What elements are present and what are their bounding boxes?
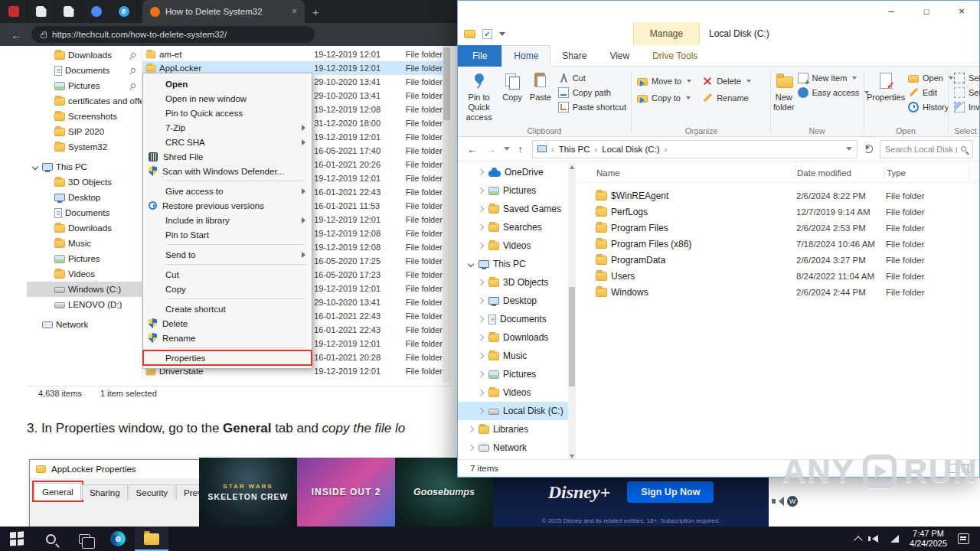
tree-item[interactable]: Screenshots	[27, 109, 142, 124]
chevron-icon[interactable]	[44, 97, 51, 105]
context-menu-item[interactable]	[143, 262, 312, 267]
ad-poster-inside-out-2[interactable]: INSIDE OUT 2	[297, 458, 395, 527]
maximize-button[interactable]: □	[909, 1, 944, 22]
column-header-date[interactable]: Date modified	[795, 167, 885, 179]
new-item-button[interactable]: New item	[795, 71, 873, 85]
chevron-icon[interactable]	[44, 178, 51, 186]
file-row[interactable]: am-et 19-12-2019 12:01 File folder	[142, 47, 443, 61]
sign-up-button[interactable]: Sign Up Now	[627, 481, 714, 503]
chevron-icon[interactable]	[477, 315, 485, 323]
taskbar-clock[interactable]: 7:47 PM4/24/2025	[910, 529, 947, 549]
scroll-down-icon[interactable]	[570, 455, 574, 458]
pinned-tab[interactable]	[28, 0, 55, 23]
properties-button[interactable]: Properties	[867, 67, 905, 103]
breadcrumb[interactable]: › This PC › Local Disk (C:) ›	[532, 140, 858, 158]
taskbar-search-button[interactable]	[34, 527, 67, 551]
nav-item[interactable]: Videos	[458, 383, 568, 402]
context-menu-item[interactable]: Open in new window	[143, 91, 312, 106]
chevron-icon[interactable]	[44, 194, 51, 201]
breadcrumb-local-disk[interactable]: Local Disk (C:)	[602, 145, 659, 154]
context-menu-item[interactable]: Scan with Windows Defender...	[143, 164, 312, 178]
context-menu-item[interactable]: Create shortcut	[143, 302, 312, 316]
tree-item[interactable]: Windows (C:)	[27, 282, 142, 297]
chevron-icon[interactable]	[44, 301, 51, 308]
invert-selection-button[interactable]: Invert selection	[951, 100, 980, 114]
ad-poster-star-wars[interactable]: STAR WARS SKELETON CREW	[199, 458, 297, 527]
scrollbar[interactable]	[443, 46, 451, 383]
tree-item[interactable]: Documents	[27, 205, 142, 220]
select-none-button[interactable]: Select none	[951, 86, 980, 99]
back-button[interactable]: ←	[11, 28, 22, 41]
tree-item[interactable]: certificates and offe	[27, 93, 142, 109]
taskbar-edge-button[interactable]: e	[101, 527, 135, 551]
chevron-icon[interactable]	[44, 255, 51, 262]
context-menu-item[interactable]: Shred File	[143, 149, 312, 164]
file-row[interactable]: ProgramData 2/6/2024 3:27 PM File folder	[577, 252, 978, 268]
context-menu-item[interactable]: Rename	[143, 331, 312, 345]
chevron-icon[interactable]	[477, 297, 485, 305]
tree-item[interactable]: Documents	[27, 63, 142, 78]
context-menu-item[interactable]: Pin to Quick access	[143, 106, 312, 120]
nav-item[interactable]: Searches	[458, 218, 568, 236]
chevron-icon[interactable]	[44, 224, 51, 232]
chevron-icon[interactable]	[31, 163, 39, 171]
file-row[interactable]: $WinREAgent 2/6/2024 8:22 PM File folder	[577, 187, 978, 204]
nav-item[interactable]: Desktop	[458, 292, 568, 310]
nav-item[interactable]: Local Disk (C:)	[458, 402, 568, 420]
tree-item[interactable]: Music	[27, 236, 142, 251]
thumbnail-view-icon[interactable]	[962, 464, 973, 473]
chevron-icon[interactable]	[44, 112, 51, 120]
network-icon[interactable]	[890, 535, 899, 543]
chevron-icon[interactable]	[31, 321, 39, 328]
chevron-icon[interactable]	[44, 51, 51, 59]
chevron-icon[interactable]	[44, 240, 51, 247]
file-row[interactable]: Users 8/24/2022 11:04 AM File folder	[577, 268, 978, 284]
chevron-icon[interactable]	[467, 425, 475, 433]
ribbon-tab[interactable]: Home	[501, 45, 550, 67]
context-menu-item[interactable]: Send to	[143, 247, 312, 262]
file-row[interactable]: PerfLogs 12/7/2019 9:14 AM File folder	[577, 204, 978, 220]
chevron-icon[interactable]	[44, 128, 51, 135]
context-menu-item[interactable]	[143, 296, 312, 302]
move-to-button[interactable]: Move to	[634, 74, 694, 88]
nav-item[interactable]: OneDrive	[458, 163, 568, 181]
minimize-button[interactable]: –	[874, 1, 909, 22]
file-row[interactable]: Program Files 2/6/2024 2:53 PM File fold…	[577, 220, 978, 236]
chevron-icon[interactable]	[477, 407, 485, 415]
pinned-tab[interactable]: e	[110, 0, 138, 23]
tree-item[interactable]: LENOVO (D:)	[27, 297, 142, 312]
easy-access-button[interactable]: Easy access	[795, 86, 873, 99]
pinned-tab[interactable]	[0, 0, 28, 23]
up-button[interactable]: ↑	[518, 143, 523, 155]
tree-item[interactable]: Videos	[27, 266, 142, 282]
dialog-tab[interactable]: General	[34, 483, 81, 500]
nav-item[interactable]: Saved Games	[458, 200, 568, 218]
paste-button[interactable]: Paste	[526, 67, 555, 103]
scroll-up-icon[interactable]	[570, 165, 574, 169]
pinned-tab[interactable]	[55, 0, 83, 23]
chevron-icon[interactable]	[44, 270, 51, 278]
tree-item[interactable]: Pictures	[27, 78, 142, 93]
chevron-icon[interactable]	[44, 285, 51, 293]
nav-item[interactable]: 3D Objects	[458, 273, 568, 292]
chevron-icon[interactable]	[477, 223, 485, 231]
nav-item[interactable]: Downloads	[458, 328, 568, 347]
context-menu-item[interactable]	[143, 345, 312, 350]
chevron-icon[interactable]	[44, 67, 51, 74]
context-menu-item[interactable]	[143, 242, 312, 247]
start-button[interactable]	[0, 527, 34, 551]
ribbon-tab[interactable]: View	[598, 45, 641, 67]
tree-item[interactable]: Network	[27, 317, 142, 332]
scrollbar-thumb[interactable]	[569, 287, 575, 386]
tree-item[interactable]: 3D Objects	[27, 174, 142, 190]
cut-button[interactable]: Cut	[555, 71, 629, 85]
tray-expand-icon[interactable]	[854, 536, 862, 544]
chevron-icon[interactable]	[477, 279, 485, 286]
mute-icon[interactable]	[772, 497, 782, 506]
taskbar-explorer-button[interactable]	[135, 527, 168, 551]
nav-item[interactable]: Libraries	[458, 420, 568, 439]
tree-item[interactable]: Desktop	[27, 190, 142, 205]
file-row[interactable]: Program Files (x86) 7/18/2024 10:46 AM F…	[577, 236, 978, 252]
nav-item[interactable]: Pictures	[458, 365, 568, 383]
nav-item[interactable]: Documents	[458, 310, 568, 328]
